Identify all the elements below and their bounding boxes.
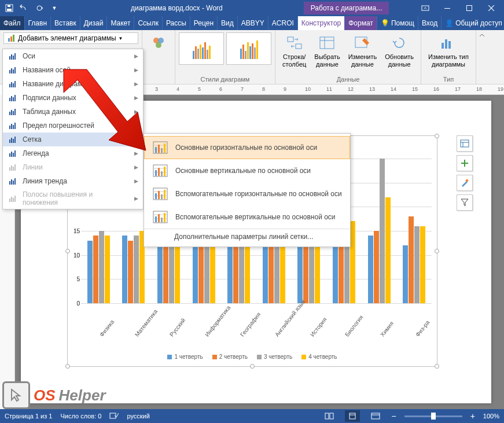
tab-references[interactable]: Ссылк: [134, 16, 163, 30]
submenu-arrow-icon: ▶: [134, 81, 138, 87]
chart-elements-button[interactable]: [457, 155, 473, 171]
resize-handle[interactable]: [435, 364, 439, 369]
ribbon-options-button[interactable]: [415, 1, 436, 15]
login-button[interactable]: Вход: [418, 16, 442, 30]
edit-data-button[interactable]: Изменить данные: [345, 32, 381, 69]
svg-rect-88: [164, 190, 165, 199]
svg-rect-52: [9, 153, 10, 157]
status-language[interactable]: русский: [127, 413, 149, 420]
menu-item-axes[interactable]: Оси▶: [3, 49, 143, 63]
chart-style-1[interactable]: [179, 32, 224, 65]
svg-rect-25: [11, 54, 12, 60]
svg-rect-93: [158, 214, 160, 222]
read-mode-button[interactable]: [322, 410, 337, 422]
proofing-icon[interactable]: [109, 411, 119, 421]
ribbon-collapse-button[interactable]: [476, 30, 488, 84]
submenu-item-primary-major-v[interactable]: Основные вертикальные по основной оси: [144, 159, 350, 182]
resize-handle[interactable]: [435, 249, 439, 253]
submenu-arrow-icon: ▶: [134, 123, 138, 128]
tab-constructor[interactable]: Конструктор: [298, 16, 345, 30]
close-button[interactable]: [481, 1, 502, 15]
submenu-item-primary-major-h[interactable]: Основные горизонтальные по основной оси: [144, 136, 350, 159]
zoom-slider-thumb[interactable]: [431, 413, 436, 420]
switch-row-column-button[interactable]: Строка/ столбец: [279, 32, 310, 69]
resize-handle[interactable]: [250, 364, 255, 369]
gridline-icon: [152, 187, 168, 201]
plus-icon: [461, 159, 469, 167]
tab-file[interactable]: Файл: [0, 16, 25, 30]
svg-rect-42: [13, 111, 14, 115]
undo-button[interactable]: [17, 1, 31, 15]
svg-rect-80: [161, 171, 163, 176]
chart-styles-button[interactable]: [457, 175, 473, 191]
brush-icon: [461, 179, 469, 187]
watermark-logo: OSHelper: [2, 381, 106, 409]
refresh-data-button[interactable]: Обновить данные: [381, 32, 417, 69]
svg-rect-28: [9, 70, 10, 73]
menu-item-trendline[interactable]: Линия тренда▶: [3, 174, 143, 188]
resize-handle[interactable]: [65, 364, 70, 369]
svg-rect-101: [371, 413, 380, 419]
menu-item-legend[interactable]: Легенда▶: [3, 146, 143, 160]
menu-item-data-labels[interactable]: Подписи данных▶: [3, 91, 143, 105]
svg-rect-62: [13, 181, 14, 185]
edit-data-icon: [353, 34, 371, 52]
tab-view[interactable]: Вид: [218, 16, 238, 30]
web-layout-button[interactable]: [368, 410, 383, 422]
menu-item-gridlines[interactable]: Сетка▶: [3, 133, 143, 146]
print-layout-button[interactable]: [345, 410, 360, 422]
resize-handle[interactable]: [435, 134, 439, 138]
share-button[interactable]: 👤Общий доступ: [442, 16, 504, 30]
menu-item-axis-titles[interactable]: Названия осей▶: [3, 63, 143, 77]
tab-mailings[interactable]: Рассы: [163, 16, 190, 30]
funnel-icon: [461, 198, 469, 207]
maximize-button[interactable]: [459, 1, 480, 15]
zoom-in-button[interactable]: +: [470, 411, 475, 421]
submenu-arrow-icon: ▶: [134, 53, 138, 59]
menu-item-data-table[interactable]: Таблица данных▶: [3, 105, 143, 119]
gridline-icon: [152, 164, 168, 178]
menu-item-error-bars[interactable]: Предел погрешностей▶: [3, 119, 143, 133]
select-data-button[interactable]: Выбрать данные: [311, 32, 343, 69]
status-word-count[interactable]: Число слов: 0: [60, 413, 101, 420]
change-colors-button[interactable]: [146, 32, 171, 53]
add-chart-element-button[interactable]: Добавить элемент диаграммы ▼: [3, 32, 138, 44]
tab-acrobat[interactable]: ACROI: [268, 16, 298, 30]
status-page[interactable]: Страница 1 из 1: [5, 413, 52, 420]
tab-review[interactable]: Рецен: [190, 16, 218, 30]
submenu-item-primary-minor-v[interactable]: Вспомогательные вертикальные по основной…: [144, 205, 350, 229]
tell-me-button[interactable]: 💡Помощ: [377, 16, 418, 30]
chart-style-2[interactable]: [226, 32, 271, 65]
chart-layout-options-button[interactable]: [457, 135, 473, 152]
tab-abbyy[interactable]: ABBYY: [238, 16, 268, 30]
tab-insert[interactable]: Вставк: [51, 16, 80, 30]
chart-element-icon: [8, 176, 18, 186]
submenu-item-primary-minor-h[interactable]: Вспомогательные горизонтальные по основн…: [144, 182, 350, 205]
svg-rect-13: [320, 37, 334, 49]
chart-tools-title: Работа с диаграмма...: [304, 2, 389, 14]
chart-styles-gallery[interactable]: [179, 32, 271, 65]
svg-rect-46: [13, 125, 14, 129]
svg-rect-32: [9, 84, 10, 87]
qat-customize-button[interactable]: ▼: [47, 1, 61, 15]
save-button[interactable]: [2, 1, 16, 15]
menu-item-chart-title[interactable]: Название диаграммы▶: [3, 77, 143, 91]
svg-rect-38: [13, 97, 14, 101]
submenu-arrow-icon: ▶: [134, 150, 138, 156]
chart-element-icon: [8, 79, 18, 89]
submenu-more-options[interactable]: Дополнительные параметры линий сетки...: [144, 229, 350, 244]
minimize-button[interactable]: [437, 1, 458, 15]
chart-filters-button[interactable]: [457, 194, 473, 211]
change-chart-type-button[interactable]: Изменить тип диаграммы: [425, 32, 472, 69]
zoom-slider[interactable]: [404, 415, 462, 417]
redo-button[interactable]: [32, 1, 46, 15]
submenu-arrow-icon: ▶: [134, 164, 138, 170]
zoom-level[interactable]: 100%: [483, 413, 499, 420]
svg-rect-35: [14, 81, 16, 87]
zoom-out-button[interactable]: −: [391, 411, 396, 421]
chart-legend[interactable]: 1 четверть2 четверть3 четверть4 четверть: [67, 354, 437, 360]
tab-home[interactable]: Главн: [25, 16, 51, 30]
tab-format[interactable]: Формат: [345, 16, 377, 30]
tab-design[interactable]: Дизай: [80, 16, 108, 30]
tab-layout[interactable]: Макет: [107, 16, 134, 30]
